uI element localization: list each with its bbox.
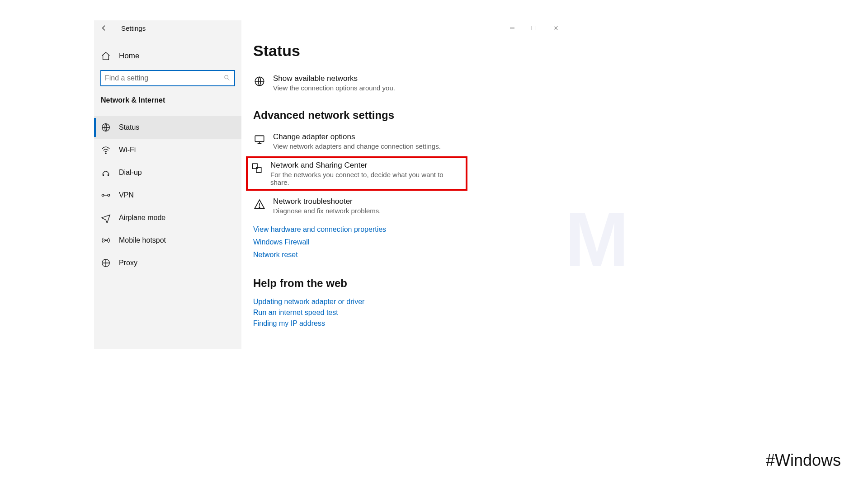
troubleshooter-title: Network troubleshooter — [273, 197, 381, 206]
sidebar-item-status[interactable]: Status — [94, 116, 241, 139]
highlight-box: Network and Sharing Center For the netwo… — [246, 156, 467, 191]
home-icon — [101, 51, 111, 61]
search-input-wrapper[interactable] — [100, 70, 235, 86]
wifi-icon — [101, 145, 111, 155]
sidebar-item-dialup[interactable]: Dial-up — [94, 161, 241, 184]
vpn-icon — [101, 190, 111, 200]
airplane-icon — [101, 213, 111, 223]
sidebar-category: Network & Internet — [94, 94, 241, 111]
sharing-center-item[interactable]: Network and Sharing Center For the netwo… — [250, 161, 463, 186]
adapter-options-item[interactable]: Change adapter options View network adap… — [253, 130, 566, 156]
sidebar-item-label: Proxy — [119, 259, 137, 267]
svg-point-14 — [259, 207, 260, 208]
sidebar-item-hotspot[interactable]: Mobile hotspot — [94, 229, 241, 252]
minimize-button[interactable] — [501, 20, 523, 36]
sidebar-home[interactable]: Home — [94, 45, 241, 67]
dialup-icon — [101, 168, 111, 178]
sidebar-item-label: Wi-Fi — [119, 146, 136, 154]
window-controls — [501, 20, 566, 36]
section-advanced: Advanced network settings — [253, 109, 566, 122]
search-icon — [223, 74, 231, 83]
sidebar-item-label: VPN — [119, 191, 134, 199]
sidebar-item-airplane[interactable]: Airplane mode — [94, 206, 241, 229]
troubleshooter-desc: Diagnose and fix network problems. — [273, 207, 381, 215]
svg-rect-9 — [532, 26, 536, 30]
link-network-reset[interactable]: Network reset — [253, 251, 566, 259]
warning-icon — [253, 198, 266, 211]
titlebar: Settings — [94, 20, 241, 36]
sharing-icon — [250, 162, 263, 174]
svg-point-7 — [105, 240, 107, 241]
link-find-ip[interactable]: Finding my IP address — [253, 319, 566, 328]
window-title: Settings — [121, 24, 146, 32]
sharing-desc: For the networks you connect to, decide … — [270, 171, 463, 186]
link-speed-test[interactable]: Run an internet speed test — [253, 309, 566, 317]
troubleshooter-item[interactable]: Network troubleshooter Diagnose and fix … — [253, 194, 566, 221]
svg-point-2 — [105, 153, 106, 154]
sidebar-nav: Status Wi-Fi Dial-up VPN — [94, 116, 241, 274]
show-networks-title: Show available networks — [273, 74, 395, 83]
svg-point-3 — [103, 174, 104, 175]
sidebar: Settings Home Network & Internet Status — [94, 20, 241, 349]
sidebar-item-label: Mobile hotspot — [119, 236, 166, 244]
svg-point-0 — [225, 75, 228, 79]
sidebar-item-label: Airplane mode — [119, 214, 165, 222]
svg-point-4 — [108, 174, 108, 175]
settings-window: Settings Home Network & Internet Status — [94, 20, 566, 349]
link-update-adapter[interactable]: Updating network adapter or driver — [253, 298, 566, 306]
link-windows-firewall[interactable]: Windows Firewall — [253, 238, 566, 246]
svg-rect-11 — [255, 136, 264, 141]
sidebar-item-wifi[interactable]: Wi-Fi — [94, 139, 241, 161]
adapter-title: Change adapter options — [273, 132, 441, 141]
show-networks-desc: View the connection options around you. — [273, 84, 395, 92]
sharing-title: Network and Sharing Center — [270, 161, 463, 170]
sidebar-item-vpn[interactable]: VPN — [94, 184, 241, 206]
svg-point-6 — [108, 194, 110, 197]
close-button[interactable] — [545, 20, 566, 36]
search-input[interactable] — [105, 74, 223, 82]
globe-icon — [253, 75, 266, 88]
maximize-button[interactable] — [523, 20, 545, 36]
link-hardware-properties[interactable]: View hardware and connection properties — [253, 225, 566, 234]
main-content: Status Show available networks View the … — [241, 20, 566, 349]
back-button[interactable] — [100, 24, 108, 32]
sidebar-item-label: Dial-up — [119, 169, 142, 177]
sidebar-item-label: Status — [119, 123, 139, 131]
globe-icon — [101, 122, 111, 132]
proxy-icon — [101, 258, 111, 268]
page-title: Status — [253, 42, 566, 60]
adapter-desc: View network adapters and change connect… — [273, 142, 441, 150]
show-networks-item[interactable]: Show available networks View the connect… — [253, 71, 566, 98]
sidebar-item-proxy[interactable]: Proxy — [94, 252, 241, 274]
home-label: Home — [119, 52, 139, 61]
svg-point-5 — [102, 194, 104, 197]
monitor-icon — [253, 133, 266, 146]
section-help: Help from the web — [253, 277, 566, 290]
hotspot-icon — [101, 235, 111, 245]
hashtag-text: #Windows — [766, 451, 841, 470]
